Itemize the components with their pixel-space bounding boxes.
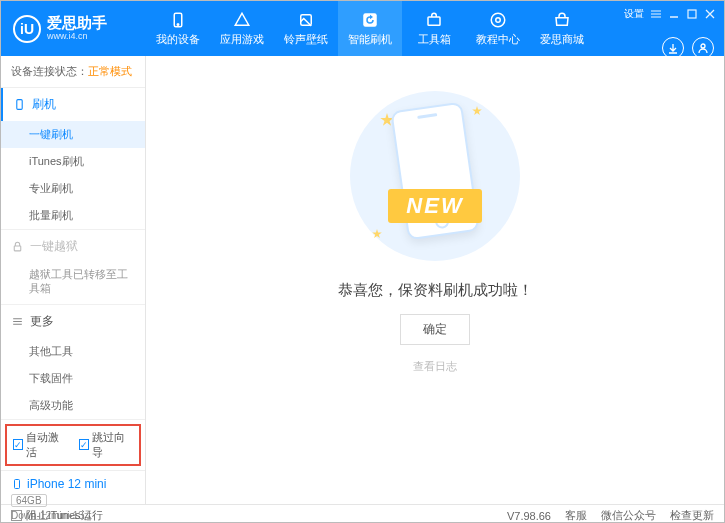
service-link[interactable]: 客服 — [565, 508, 587, 523]
sidebar-item-advanced[interactable]: 高级功能 — [1, 392, 145, 419]
jailbreak-note: 越狱工具已转移至工具箱 — [1, 263, 145, 304]
success-illustration: NEW — [350, 91, 520, 261]
sidebar-item-batch[interactable]: 批量刷机 — [1, 202, 145, 229]
sidebar-item-pro[interactable]: 专业刷机 — [1, 175, 145, 202]
menu-icon — [11, 315, 24, 328]
svg-rect-11 — [15, 479, 20, 488]
nav-my-device[interactable]: 我的设备 — [146, 1, 210, 56]
version-label: V7.98.66 — [507, 510, 551, 522]
nav-label: 铃声壁纸 — [284, 32, 328, 47]
connection-status: 设备连接状态：正常模式 — [1, 56, 145, 88]
main-content: NEW 恭喜您，保资料刷机成功啦！ 确定 查看日志 — [146, 56, 724, 504]
nav-label: 我的设备 — [156, 32, 200, 47]
book-icon — [489, 11, 507, 29]
checkbox-label: 自动激活 — [26, 430, 67, 460]
nav-tutorials[interactable]: 教程中心 — [466, 1, 530, 56]
svg-point-5 — [491, 13, 505, 27]
checkbox-highlight: ✓ 自动激活 ✓ 跳过向导 — [5, 424, 141, 466]
checkbox-label: 跳过向导 — [92, 430, 133, 460]
svg-rect-10 — [14, 246, 21, 251]
sidebar-item-download[interactable]: 下载固件 — [1, 365, 145, 392]
sidebar-head-label: 刷机 — [32, 96, 56, 113]
sidebar-item-other[interactable]: 其他工具 — [1, 338, 145, 365]
nav-label: 应用游戏 — [220, 32, 264, 47]
nav-flash[interactable]: 智能刷机 — [338, 1, 402, 56]
nav-toolbox[interactable]: 工具箱 — [402, 1, 466, 56]
checkbox-icon: ✓ — [13, 439, 23, 450]
lock-icon — [11, 240, 24, 253]
apps-icon — [233, 11, 251, 29]
new-ribbon: NEW — [388, 189, 481, 223]
svg-point-1 — [177, 23, 179, 25]
svg-point-6 — [496, 17, 501, 22]
refresh-icon — [361, 11, 379, 29]
checkbox-auto-activate[interactable]: ✓ 自动激活 — [13, 430, 67, 460]
phone-icon — [11, 478, 23, 490]
success-message: 恭喜您，保资料刷机成功啦！ — [338, 281, 533, 300]
menu-icon[interactable] — [650, 8, 662, 20]
sidebar-item-oneclick[interactable]: 一键刷机 — [1, 121, 145, 148]
close-icon[interactable] — [704, 8, 716, 20]
device-storage: 64GB — [11, 494, 47, 507]
phone-icon — [13, 98, 26, 111]
nav-label: 智能刷机 — [348, 32, 392, 47]
logo-area: iU 爱思助手 www.i4.cn — [1, 15, 146, 43]
checkbox-skip-guide[interactable]: ✓ 跳过向导 — [79, 430, 133, 460]
svg-point-8 — [701, 44, 705, 48]
star-icon — [372, 229, 382, 239]
store-icon — [553, 11, 571, 29]
svg-rect-4 — [428, 17, 440, 25]
logo-icon: iU — [13, 15, 41, 43]
sidebar-head-label: 更多 — [30, 313, 54, 330]
device-name-label: iPhone 12 mini — [27, 477, 106, 491]
checkbox-icon: ✓ — [79, 439, 89, 450]
app-name: 爱思助手 — [47, 15, 107, 32]
nav-label: 工具箱 — [418, 32, 451, 47]
sidebar-flash-head[interactable]: 刷机 — [1, 88, 145, 121]
user-icon — [697, 42, 709, 54]
phone-icon — [169, 11, 187, 29]
nav-label: 教程中心 — [476, 32, 520, 47]
download-icon — [667, 42, 679, 54]
nav-ringtones[interactable]: 铃声壁纸 — [274, 1, 338, 56]
app-url: www.i4.cn — [47, 32, 107, 42]
ok-button[interactable]: 确定 — [400, 314, 470, 345]
window-controls: 设置 — [624, 7, 716, 21]
maximize-icon[interactable] — [686, 8, 698, 20]
sidebar-head-label: 一键越狱 — [30, 238, 78, 255]
sidebar-more-head[interactable]: 更多 — [1, 305, 145, 338]
svg-rect-7 — [688, 10, 696, 18]
sidebar-item-itunes[interactable]: iTunes刷机 — [1, 148, 145, 175]
wallpaper-icon — [297, 11, 315, 29]
svg-rect-9 — [17, 100, 22, 110]
nav-label: 爱思商城 — [540, 32, 584, 47]
toolbox-icon — [425, 11, 443, 29]
nav-apps[interactable]: 应用游戏 — [210, 1, 274, 56]
status-value: 正常模式 — [88, 65, 132, 77]
status-label: 设备连接状态： — [11, 65, 88, 77]
settings-link[interactable]: 设置 — [624, 7, 644, 21]
check-update-link[interactable]: 检查更新 — [670, 508, 714, 523]
sidebar: 设备连接状态：正常模式 刷机 一键刷机 iTunes刷机 专业刷机 批量刷机 一… — [1, 56, 146, 504]
sidebar-jailbreak-head[interactable]: 一键越狱 — [1, 230, 145, 263]
view-log-link[interactable]: 查看日志 — [413, 359, 457, 374]
checkbox-icon — [11, 510, 22, 521]
checkbox-label: 阻止iTunes运行 — [26, 508, 103, 523]
minimize-icon[interactable] — [668, 8, 680, 20]
block-itunes-checkbox[interactable]: 阻止iTunes运行 — [11, 508, 103, 523]
nav-store[interactable]: 爱思商城 — [530, 1, 594, 56]
app-header: iU 爱思助手 www.i4.cn 我的设备 应用游戏 铃声壁纸 智能刷机 工具… — [1, 1, 724, 56]
star-icon — [472, 106, 482, 116]
wechat-link[interactable]: 微信公众号 — [601, 508, 656, 523]
